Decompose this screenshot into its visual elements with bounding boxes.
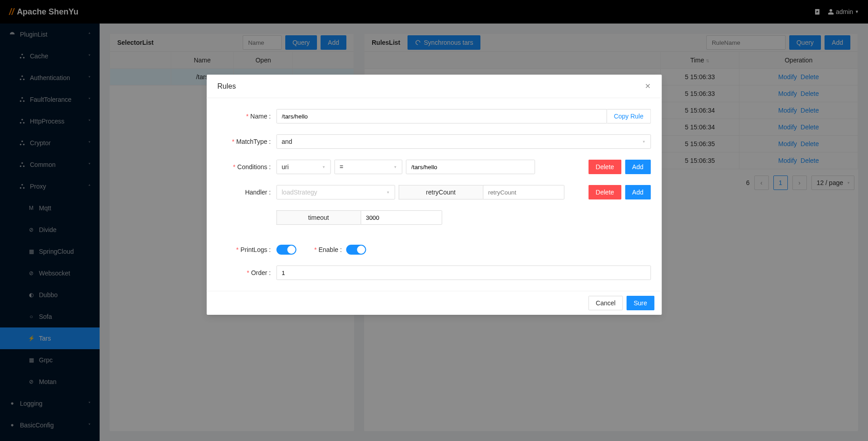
name-input[interactable] <box>276 109 607 123</box>
condition-op-select[interactable]: = <box>334 160 402 174</box>
close-icon[interactable]: ✕ <box>645 82 651 90</box>
printlogs-switch[interactable] <box>276 245 296 255</box>
copy-rule-button[interactable]: Copy Rule <box>607 109 651 123</box>
condition-field-select[interactable]: uri <box>276 160 331 174</box>
handler-add-button[interactable]: Add <box>625 185 651 199</box>
retry-count-input[interactable] <box>483 185 564 199</box>
timeout-input[interactable] <box>360 210 442 225</box>
order-input[interactable] <box>276 266 651 280</box>
rules-modal: Rules ✕ *Name : Copy Rule *MatchType : a… <box>206 75 662 315</box>
match-type-select[interactable]: and <box>276 134 651 149</box>
enable-switch[interactable] <box>346 245 366 255</box>
condition-delete-button[interactable]: Delete <box>589 160 621 174</box>
load-strategy-select[interactable]: loadStrategy <box>276 185 395 199</box>
handler-delete-button[interactable]: Delete <box>589 185 621 199</box>
timeout-label: timeout <box>276 210 360 225</box>
cancel-button[interactable]: Cancel <box>589 296 623 310</box>
modal-title: Rules <box>217 82 236 90</box>
condition-add-button[interactable]: Add <box>625 160 651 174</box>
sure-button[interactable]: Sure <box>626 296 654 310</box>
retry-count-label: retryCount <box>398 185 483 199</box>
condition-value-input[interactable] <box>406 160 535 174</box>
